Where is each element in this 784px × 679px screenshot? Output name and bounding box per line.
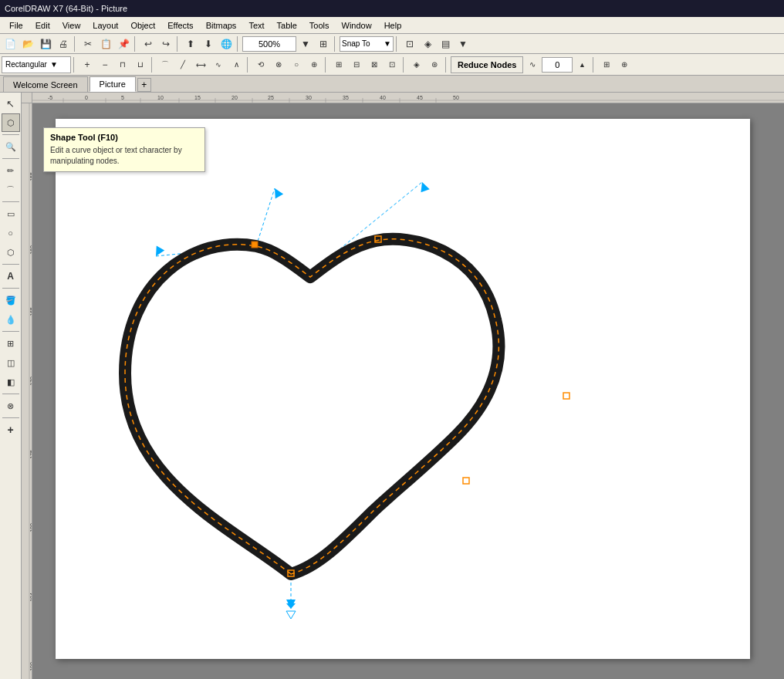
transparency-tool-btn[interactable]: ◧ bbox=[2, 373, 20, 391]
undo-button[interactable]: ↩ bbox=[140, 35, 157, 52]
svg-text:10: 10 bbox=[157, 95, 164, 100]
reduce-icon: ∿ bbox=[524, 56, 541, 73]
import-button[interactable]: ⬆ bbox=[182, 35, 199, 52]
menu-bitmaps[interactable]: Bitmaps bbox=[200, 19, 243, 32]
separator bbox=[403, 57, 406, 73]
rect-tool-btn[interactable]: ▭ bbox=[2, 204, 20, 223]
open-button[interactable]: 📂 bbox=[19, 35, 36, 52]
cut-button[interactable]: ✂ bbox=[79, 35, 96, 52]
separator bbox=[151, 57, 154, 73]
new-button[interactable]: 📄 bbox=[2, 35, 19, 52]
print-button[interactable]: 🖨 bbox=[55, 35, 72, 52]
svg-marker-38 bbox=[152, 246, 164, 258]
view2-btn[interactable]: ◈ bbox=[419, 35, 436, 52]
node-cusp-btn[interactable]: ∧ bbox=[228, 56, 245, 73]
node-extra-btn[interactable]: ⊞ bbox=[598, 56, 615, 73]
export-button[interactable]: ⬇ bbox=[200, 35, 217, 52]
shape-type-arrow: ▼ bbox=[50, 60, 58, 69]
title-bar: CorelDRAW X7 (64-Bit) - Picture bbox=[0, 0, 784, 17]
separator bbox=[2, 417, 19, 418]
zoom-dropdown-btn[interactable]: ▼ bbox=[297, 35, 314, 52]
select-all-btn[interactable]: ⊛ bbox=[426, 56, 443, 73]
menu-effects[interactable]: Effects bbox=[161, 19, 199, 32]
node-extra2-btn[interactable]: ⊕ bbox=[616, 56, 633, 73]
tab-add-button[interactable]: + bbox=[137, 78, 151, 92]
polygon-tool-btn[interactable]: ⬡ bbox=[2, 243, 20, 262]
zoom-tool-btn[interactable]: 🔍 bbox=[2, 137, 20, 156]
join-nodes-btn[interactable]: ⊓ bbox=[114, 56, 131, 73]
zoom-input[interactable]: 500% bbox=[242, 36, 296, 52]
mirror-h-btn[interactable]: ⊟ bbox=[348, 56, 365, 73]
extract-btn[interactable]: ⊗ bbox=[270, 56, 287, 73]
full-view-button[interactable]: ⊞ bbox=[315, 35, 332, 52]
save-button[interactable]: 💾 bbox=[37, 35, 54, 52]
bezier-tool-btn[interactable]: ⌒ bbox=[2, 181, 20, 199]
align-h-btn[interactable]: ⊞ bbox=[330, 56, 347, 73]
freehand-tool-btn[interactable]: ✏ bbox=[2, 161, 20, 180]
page-white bbox=[56, 119, 750, 659]
menu-view[interactable]: View bbox=[56, 19, 87, 32]
separator bbox=[396, 36, 399, 52]
menu-bar: File Edit View Layout Object Effects Bit… bbox=[0, 17, 784, 34]
reverse-btn[interactable]: ⟲ bbox=[252, 56, 269, 73]
node-curve-btn[interactable]: ⌒ bbox=[157, 56, 174, 73]
snap-to-dropdown[interactable]: Snap To ▼ bbox=[340, 36, 394, 52]
break-nodes-btn[interactable]: ⊔ bbox=[132, 56, 149, 73]
separator bbox=[593, 57, 596, 73]
menu-file[interactable]: File bbox=[3, 19, 29, 32]
shadow-tool-btn[interactable]: ◫ bbox=[2, 353, 20, 372]
copy-button[interactable]: 📋 bbox=[97, 35, 114, 52]
tab-picture[interactable]: Picture bbox=[90, 76, 136, 92]
close-curve-btn[interactable]: ○ bbox=[288, 56, 305, 73]
svg-text:30: 30 bbox=[306, 95, 312, 100]
shape-type-dropdown[interactable]: Rectangular ▼ bbox=[2, 56, 71, 73]
menu-table[interactable]: Table bbox=[271, 19, 303, 32]
svg-rect-41 bbox=[252, 242, 258, 248]
node-sym-btn[interactable]: ⟷ bbox=[192, 56, 209, 73]
redo-button[interactable]: ↪ bbox=[157, 35, 174, 52]
extend-btn[interactable]: ⊕ bbox=[306, 56, 323, 73]
view3-btn[interactable]: ▤ bbox=[437, 35, 454, 52]
svg-text:40: 40 bbox=[380, 95, 386, 100]
transform-tool-btn[interactable]: ⊞ bbox=[2, 334, 20, 353]
document-tabs: Welcome Screen Picture + bbox=[0, 76, 784, 93]
separator bbox=[445, 57, 448, 73]
select-tool-btn[interactable]: ↖ bbox=[2, 94, 20, 113]
align-v-btn[interactable]: ⊠ bbox=[366, 56, 383, 73]
text-tool-btn[interactable]: A bbox=[2, 267, 20, 285]
publish-button[interactable]: 🌐 bbox=[218, 35, 235, 52]
node-value-input[interactable]: 0 bbox=[542, 57, 573, 73]
menu-text[interactable]: Text bbox=[242, 19, 270, 32]
connector-tool-btn[interactable]: ⊗ bbox=[2, 397, 20, 415]
tab-welcome[interactable]: Welcome Screen bbox=[3, 76, 88, 92]
menu-edit[interactable]: Edit bbox=[29, 19, 56, 32]
shape-tool-btn[interactable]: ⬡ bbox=[2, 113, 20, 132]
dropper-tool-btn[interactable]: 💧 bbox=[2, 310, 20, 329]
separator bbox=[247, 57, 250, 73]
menu-object[interactable]: Object bbox=[124, 19, 161, 32]
view-options-btn[interactable]: ⊡ bbox=[401, 35, 418, 52]
elastic-btn[interactable]: ⊡ bbox=[384, 56, 400, 73]
menu-tools[interactable]: Tools bbox=[303, 19, 336, 32]
separator bbox=[2, 331, 19, 332]
options-btn[interactable]: ▼ bbox=[455, 35, 471, 52]
tooltip-title: Shape Tool (F10) bbox=[50, 133, 198, 142]
separator bbox=[177, 36, 180, 52]
canvas-area: -5 0 5 10 15 20 25 30 35 40 45 bbox=[22, 93, 784, 679]
menu-help[interactable]: Help bbox=[378, 19, 408, 32]
node-smooth-btn[interactable]: ∿ bbox=[210, 56, 227, 73]
menu-window[interactable]: Window bbox=[336, 19, 378, 32]
node-value-up[interactable]: ▲ bbox=[573, 56, 590, 73]
ellipse-tool-btn[interactable]: ○ bbox=[2, 224, 20, 242]
add-node-btn[interactable]: + bbox=[79, 56, 96, 73]
skew-btn[interactable]: ◈ bbox=[408, 56, 425, 73]
paste-button[interactable]: 📌 bbox=[115, 35, 132, 52]
reduce-nodes-button[interactable]: Reduce Nodes bbox=[451, 56, 523, 73]
delete-node-btn[interactable]: − bbox=[96, 56, 113, 73]
node-line-btn[interactable]: ╱ bbox=[174, 56, 191, 73]
separator bbox=[237, 36, 240, 52]
menu-layout[interactable]: Layout bbox=[86, 19, 124, 32]
fill-tool-btn[interactable]: 🪣 bbox=[2, 291, 20, 309]
svg-marker-37 bbox=[271, 186, 283, 198]
add-tool-btn[interactable]: + bbox=[2, 421, 20, 439]
